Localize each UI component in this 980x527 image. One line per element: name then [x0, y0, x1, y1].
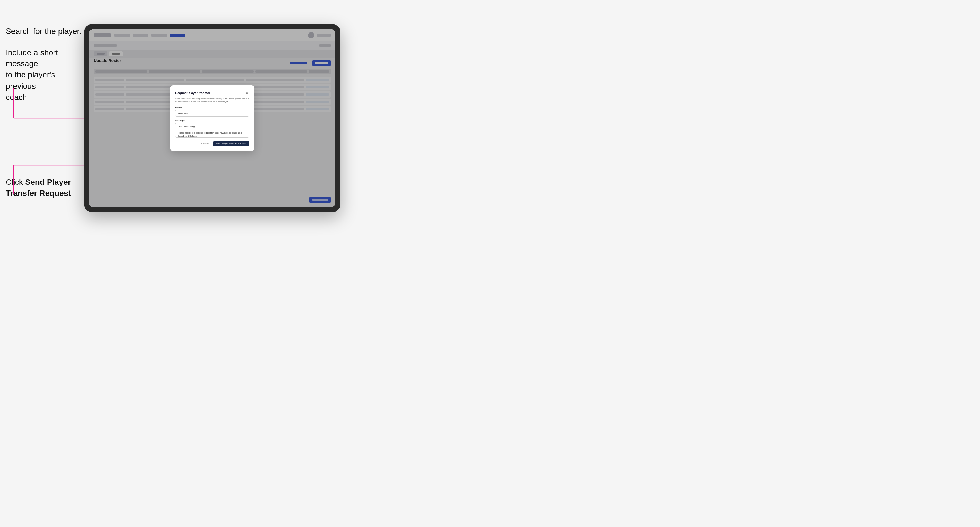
modal-title: Request player transfer: [175, 91, 210, 95]
modal-header: Request player transfer ×: [175, 90, 249, 95]
modal-overlay: Request player transfer × If the player …: [89, 29, 335, 207]
tablet-screen: Update Roster: [89, 29, 335, 207]
close-icon[interactable]: ×: [245, 90, 249, 95]
player-label: Player: [175, 106, 249, 109]
request-transfer-modal: Request player transfer × If the player …: [170, 86, 255, 151]
cancel-button[interactable]: Cancel: [199, 141, 211, 146]
player-input[interactable]: Rees Britt: [175, 110, 249, 117]
annotation-message: Include a short message to the player's …: [6, 47, 86, 103]
annotation-search: Search for the player.: [6, 25, 81, 37]
modal-description: If the player is transferring from anoth…: [175, 97, 249, 103]
annotation-click: Click Send Player Transfer Request: [6, 176, 86, 199]
message-textarea[interactable]: Hi Coach McHarg, Please accept this tran…: [175, 123, 249, 138]
send-transfer-button[interactable]: Send Player Transfer Request: [213, 141, 249, 146]
message-label: Message: [175, 119, 249, 122]
tablet-device: Update Roster: [84, 24, 340, 212]
modal-footer: Cancel Send Player Transfer Request: [175, 141, 249, 146]
